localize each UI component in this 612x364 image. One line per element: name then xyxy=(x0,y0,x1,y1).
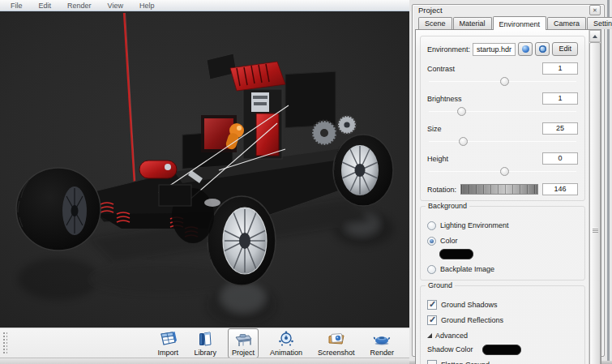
toolbar-library-label: Library xyxy=(194,349,216,357)
project-icon xyxy=(233,331,254,348)
viewport-3d-render[interactable] xyxy=(0,11,409,328)
right-dock-area: Project ✕ Scene Material Environment Cam… xyxy=(409,0,612,364)
toolbar-render-button[interactable]: Render xyxy=(366,328,398,358)
background-color-swatch[interactable] xyxy=(439,249,473,259)
tab-camera[interactable]: Camera xyxy=(547,17,586,29)
lighting-environment-option[interactable]: Lighting Environment xyxy=(427,220,578,231)
height-slider-thumb[interactable] xyxy=(500,167,509,176)
window-frame-edge xyxy=(607,0,610,364)
ground-shadows-label: Ground Shadows xyxy=(441,301,498,309)
height-label: Height xyxy=(427,155,448,163)
lighting-environment-label: Lighting Environment xyxy=(440,221,509,229)
import-icon xyxy=(157,331,178,348)
menubar: File Edit Render View Help xyxy=(0,0,409,11)
ground-shadows-option[interactable]: Ground Shadows xyxy=(427,299,578,310)
toolbar-animation-button[interactable]: Animation xyxy=(266,328,306,358)
rotation-value-field[interactable]: 146 xyxy=(542,183,578,195)
advanced-label: Advanced xyxy=(435,332,468,340)
ground-reflections-checkbox[interactable] xyxy=(427,315,437,325)
render-icon xyxy=(371,331,392,348)
flatten-ground-checkbox[interactable] xyxy=(427,360,437,364)
brightness-slider[interactable] xyxy=(429,107,576,117)
library-icon xyxy=(195,331,215,348)
flatten-ground-option[interactable]: Flatten Ground xyxy=(427,359,578,364)
ground-group-title: Ground xyxy=(426,281,455,289)
contrast-slider[interactable] xyxy=(429,77,576,87)
backplate-image-option[interactable]: Backplate Image xyxy=(427,263,578,275)
toolbar-library-button[interactable]: Library xyxy=(190,328,220,358)
car-wheel-rear-right xyxy=(333,135,393,206)
toolbar-project-button[interactable]: Project xyxy=(228,328,259,358)
menu-help[interactable]: Help xyxy=(132,1,162,11)
toolbar-project-label: Project xyxy=(232,349,255,357)
size-slider[interactable] xyxy=(429,137,576,147)
environment-settings-group: Environment: startup.hdr Edit Contrast 1 xyxy=(420,36,585,201)
shadow-color-label: Shadow Color xyxy=(427,345,473,353)
backplate-image-radio[interactable] xyxy=(427,265,436,274)
close-icon[interactable]: ✕ xyxy=(589,5,601,15)
menu-render[interactable]: Render xyxy=(60,1,99,11)
color-option[interactable]: Color xyxy=(427,235,578,246)
scroll-up-button[interactable] xyxy=(589,30,601,42)
background-group-title: Background xyxy=(426,202,469,210)
tab-material[interactable]: Material xyxy=(453,17,492,29)
tab-settings[interactable]: Settings xyxy=(587,17,612,29)
toolbar-import-button[interactable]: Import xyxy=(153,328,182,358)
main-area: File Edit Render View Help xyxy=(0,0,409,364)
panel-tabs: Scene Material Environment Camera Settin… xyxy=(413,15,604,29)
edit-environment-button[interactable]: Edit xyxy=(552,42,578,56)
environment-sphere-icon xyxy=(522,45,529,53)
car-wheel-front-left xyxy=(16,168,101,251)
shadow-color-swatch[interactable] xyxy=(482,345,521,355)
rotation-dial-strip[interactable] xyxy=(460,184,538,195)
menu-file[interactable]: File xyxy=(3,1,30,11)
panel-title: Project xyxy=(418,6,443,15)
toolbar-screenshot-button[interactable]: Screenshot xyxy=(314,328,359,358)
tab-environment[interactable]: Environment xyxy=(493,16,547,30)
scrollbar-thumb[interactable] xyxy=(589,42,601,364)
toolbar-animation-label: Animation xyxy=(270,349,302,357)
flatten-ground-label: Flatten Ground xyxy=(441,361,490,364)
ground-reflections-option[interactable]: Ground Reflections xyxy=(427,315,578,326)
bottom-toolbar: Import Library xyxy=(0,328,409,358)
contrast-label: Contrast xyxy=(427,65,455,73)
size-slider-thumb[interactable] xyxy=(459,137,468,146)
height-value-field[interactable]: 0 xyxy=(542,152,578,165)
contrast-slider-thumb[interactable] xyxy=(500,77,509,86)
toolbar-screenshot-label: Screenshot xyxy=(318,349,355,357)
background-group: Background Lighting Environment Color Ba… xyxy=(420,206,585,280)
browse-environment-button[interactable] xyxy=(518,42,533,56)
animation-icon xyxy=(276,331,296,348)
panel-scrollbar[interactable] xyxy=(588,30,601,364)
screenshot-icon xyxy=(326,331,347,348)
ground-shadows-checkbox[interactable] xyxy=(427,300,437,310)
toolbar-render-label: Render xyxy=(370,349,394,357)
brightness-slider-thumb[interactable] xyxy=(457,107,466,116)
environment-file-field[interactable]: startup.hdr xyxy=(473,43,516,56)
refresh-sphere-icon xyxy=(539,45,546,53)
brightness-label: Brightness xyxy=(427,95,462,103)
menu-view[interactable]: View xyxy=(101,1,131,11)
height-slider[interactable] xyxy=(429,167,576,177)
color-radio[interactable] xyxy=(427,237,436,246)
size-label: Size xyxy=(427,125,442,133)
environment-label: Environment: xyxy=(427,45,470,54)
toolbar-import-label: Import xyxy=(158,349,179,357)
ground-group: Ground Ground Shadows Ground Reflections… xyxy=(420,285,585,364)
shadow-color-row: Shadow Color xyxy=(427,344,578,355)
lighting-environment-radio[interactable] xyxy=(427,221,436,230)
backplate-image-label: Backplate Image xyxy=(440,265,494,273)
scrollbar-track[interactable] xyxy=(589,42,601,364)
brightness-value-field[interactable]: 1 xyxy=(542,92,578,105)
ground-reflections-label: Ground Reflections xyxy=(441,316,503,324)
menu-edit[interactable]: Edit xyxy=(32,1,59,11)
expander-triangle-icon xyxy=(427,333,432,338)
refresh-environment-button[interactable] xyxy=(535,42,550,56)
project-panel-titlebar[interactable]: Project ✕ xyxy=(413,5,604,15)
toolbar-drag-handle[interactable] xyxy=(2,331,7,355)
tab-scene[interactable]: Scene xyxy=(418,17,452,29)
advanced-expander[interactable]: Advanced xyxy=(427,332,578,340)
size-value-field[interactable]: 25 xyxy=(542,122,578,135)
contrast-value-field[interactable]: 1 xyxy=(542,62,578,75)
rotation-label: Rotation: xyxy=(427,186,456,194)
